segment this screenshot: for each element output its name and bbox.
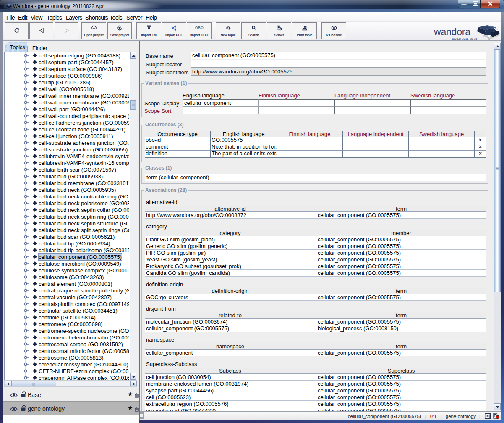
svg-text:R: R [333, 26, 336, 30]
svg-text:OBO: OBO [195, 26, 204, 30]
